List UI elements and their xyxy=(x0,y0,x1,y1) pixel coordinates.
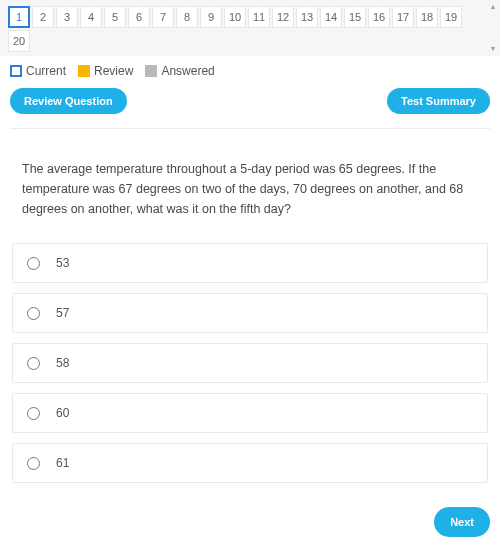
review-question-button[interactable]: Review Question xyxy=(10,88,127,114)
question-nav-item[interactable]: 6 xyxy=(128,6,150,28)
legend-label-current: Current xyxy=(26,64,66,78)
question-nav-item[interactable]: 16 xyxy=(368,6,390,28)
question-nav-item[interactable]: 9 xyxy=(200,6,222,28)
answer-option[interactable]: 61 xyxy=(12,443,488,483)
answers-list: 5357586061 xyxy=(0,243,500,483)
answer-radio[interactable] xyxy=(27,407,40,420)
question-nav-item[interactable]: 4 xyxy=(80,6,102,28)
question-text: The average temperature throughout a 5-d… xyxy=(0,129,500,243)
test-summary-button[interactable]: Test Summary xyxy=(387,88,490,114)
question-nav-item[interactable]: 7 xyxy=(152,6,174,28)
footer-actions: Next xyxy=(0,493,500,541)
question-nav-item[interactable]: 2 xyxy=(32,6,54,28)
answer-label: 57 xyxy=(56,306,69,320)
answer-label: 61 xyxy=(56,456,69,470)
question-nav-item[interactable]: 3 xyxy=(56,6,78,28)
answer-option[interactable]: 58 xyxy=(12,343,488,383)
answer-option[interactable]: 60 xyxy=(12,393,488,433)
question-nav-item[interactable]: 19 xyxy=(440,6,462,28)
question-nav-item[interactable]: 10 xyxy=(224,6,246,28)
legend-label-answered: Answered xyxy=(161,64,214,78)
legend-swatch-review xyxy=(78,65,90,77)
question-nav-panel: 1234567891011121314151617181920 ▴ ▾ xyxy=(0,0,500,56)
answer-label: 58 xyxy=(56,356,69,370)
legend: Current Review Answered xyxy=(0,56,500,84)
nav-scroll-down[interactable]: ▾ xyxy=(488,44,498,54)
question-nav-item[interactable]: 15 xyxy=(344,6,366,28)
legend-swatch-current xyxy=(10,65,22,77)
question-nav-item[interactable]: 18 xyxy=(416,6,438,28)
question-nav-item[interactable]: 20 xyxy=(8,30,30,52)
answer-label: 60 xyxy=(56,406,69,420)
answer-radio[interactable] xyxy=(27,307,40,320)
answer-radio[interactable] xyxy=(27,457,40,470)
legend-label-review: Review xyxy=(94,64,133,78)
action-row: Review Question Test Summary xyxy=(0,84,500,128)
question-nav-item[interactable]: 8 xyxy=(176,6,198,28)
question-nav-item[interactable]: 17 xyxy=(392,6,414,28)
question-nav-item[interactable]: 13 xyxy=(296,6,318,28)
question-nav-item[interactable]: 1 xyxy=(8,6,30,28)
question-nav-item[interactable]: 5 xyxy=(104,6,126,28)
question-nav-item[interactable]: 12 xyxy=(272,6,294,28)
answer-radio[interactable] xyxy=(27,357,40,370)
question-nav-item[interactable]: 14 xyxy=(320,6,342,28)
legend-swatch-answered xyxy=(145,65,157,77)
next-button[interactable]: Next xyxy=(434,507,490,537)
answer-label: 53 xyxy=(56,256,69,270)
answer-option[interactable]: 57 xyxy=(12,293,488,333)
nav-scrollbar: ▴ ▾ xyxy=(488,0,498,56)
answer-radio[interactable] xyxy=(27,257,40,270)
answer-option[interactable]: 53 xyxy=(12,243,488,283)
question-nav-item[interactable]: 11 xyxy=(248,6,270,28)
question-nav-grid: 1234567891011121314151617181920 xyxy=(8,6,492,52)
nav-scroll-up[interactable]: ▴ xyxy=(488,2,498,12)
